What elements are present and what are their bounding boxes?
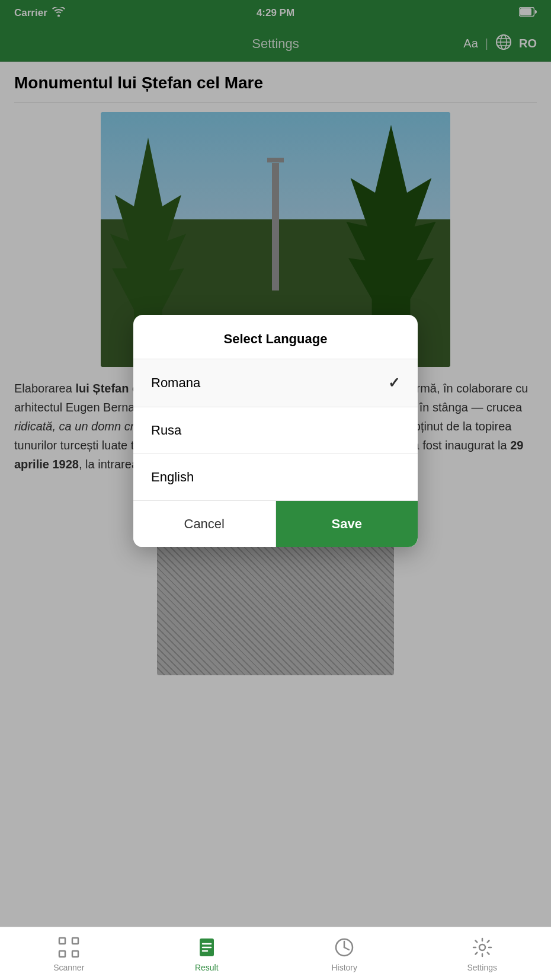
svg-point-18 [479,944,485,950]
svg-rect-8 [72,938,78,944]
tab-settings-label: Settings [467,963,497,972]
tab-scanner[interactable]: Scanner [33,936,104,972]
svg-line-17 [344,947,349,950]
language-label-english: English [151,470,194,485]
tab-history[interactable]: History [309,936,380,972]
modal-overlay[interactable]: Select Language Romana ✓ Rusa English Ca… [0,0,551,980]
scanner-icon [57,936,81,959]
tab-result[interactable]: Result [171,936,242,972]
svg-rect-9 [59,951,65,957]
svg-rect-7 [59,938,65,944]
language-list: Romana ✓ Rusa English [133,359,418,500]
language-item-rusa[interactable]: Rusa [133,407,418,454]
svg-rect-10 [72,951,78,957]
tab-bar: Scanner Result History [0,927,551,980]
result-icon [195,936,219,959]
history-icon [332,936,356,959]
modal-buttons: Cancel Save [133,500,418,547]
tab-settings[interactable]: Settings [447,936,518,972]
language-item-romana[interactable]: Romana ✓ [133,359,418,407]
language-item-english[interactable]: English [133,454,418,500]
modal-title-bar: Select Language [133,315,418,359]
save-button[interactable]: Save [276,501,418,547]
tab-history-label: History [331,963,357,972]
settings-icon [470,936,494,959]
tab-result-label: Result [195,963,219,972]
language-label-rusa: Rusa [151,423,181,438]
modal-title: Select Language [224,331,328,346]
language-label-romana: Romana [151,375,200,391]
tab-scanner-label: Scanner [53,963,84,972]
checkmark-romana: ✓ [388,375,400,391]
language-select-modal: Select Language Romana ✓ Rusa English Ca… [133,315,418,547]
cancel-button[interactable]: Cancel [133,501,276,547]
